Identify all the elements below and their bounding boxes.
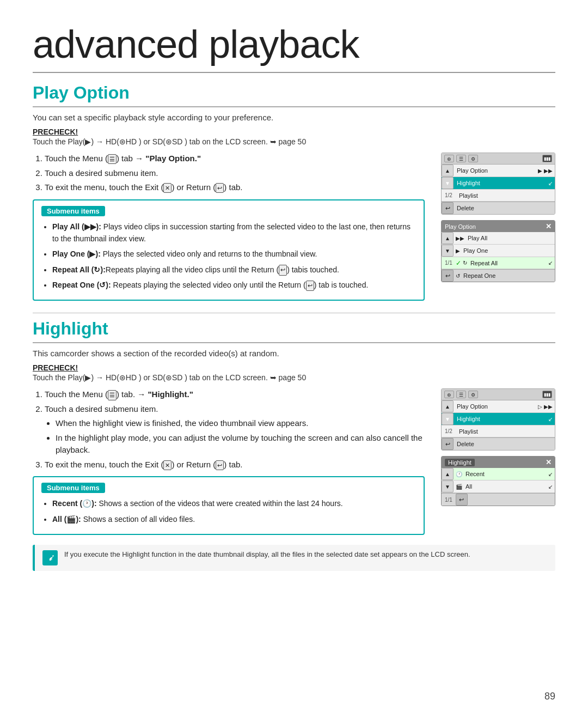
widget-footer-1: ↩ Delete: [442, 202, 555, 214]
precheck-text-2: Touch the Play(▶) → HD(⊛HD ) or SD(⊛SD )…: [33, 373, 555, 382]
popup-return-1[interactable]: ↩: [442, 270, 454, 282]
h-bullet-1: When the highlight view is finished, the…: [56, 417, 425, 430]
popup-nav-up[interactable]: ▲: [442, 232, 454, 244]
popup2-return[interactable]: ↩: [456, 494, 468, 506]
play-all-label: Play All: [464, 235, 555, 241]
delete-label-2: Delete: [454, 441, 555, 447]
nav-up-button[interactable]: ▲: [442, 165, 454, 177]
page-indicator-1: 1/2: [442, 192, 456, 198]
play-all-row[interactable]: ▲ ▶▶ Play All: [442, 232, 555, 245]
battery-icon: ▮▮▮: [542, 155, 552, 162]
playlist-row-2[interactable]: 1/2 Playlist: [442, 425, 555, 437]
playlist-row-1[interactable]: 1/2 Playlist: [442, 190, 555, 202]
repeat-one-label: Repeat One: [460, 272, 555, 279]
highlight-content: Touch the Menu (☰) tab. → "Highlight." T…: [33, 388, 555, 535]
recent-check: ↙: [548, 471, 553, 477]
all-label: All: [462, 483, 548, 490]
main-menu-widget-1: ⊛ ☰ ⚙ ▮▮▮ ▲ Play Option ▶ ▶▶ ▼ Highlight…: [441, 153, 555, 215]
page-title: advanced playback: [33, 22, 555, 73]
step-2: Touch a desired submenu item.: [45, 167, 425, 180]
playlist-label-2: Playlist: [456, 428, 555, 435]
highlight-desc: This camcorder shows a section of the re…: [33, 349, 555, 358]
play-option-desc: You can set a specific playback style ac…: [33, 113, 555, 122]
precheck-text-1: Touch the Play(▶) → HD(⊛HD ) or SD(⊛SD )…: [33, 137, 555, 146]
play-one-row[interactable]: ▼ ▶ Play One: [442, 245, 555, 257]
submenu-highlight-widget: Highlight ✕ ▲ 🕐 Recent ↙ ▼ 🎬 All ↙ 1/1: [441, 456, 555, 506]
list-item: Repeat All (↻):Repeats playing all the v…: [52, 264, 416, 276]
submenu-highlight-title: Highlight: [445, 459, 475, 466]
note-icon: 𝒾: [42, 550, 58, 565]
checkmark-icon: ✓: [456, 259, 461, 267]
h-step-2: Touch a desired submenu item. When the h…: [45, 403, 425, 457]
play-option-row-label: Play Option: [454, 167, 538, 174]
play-all-icon: ▶▶: [456, 235, 464, 241]
play-option-steps: Touch the Menu (☰) tab → "Play Option." …: [33, 153, 425, 194]
play-one-label: Play One: [460, 247, 555, 254]
highlight-check-2: ↙: [548, 416, 553, 422]
popup-nav-down[interactable]: ▼: [442, 245, 454, 257]
highlight-title: Highlight: [33, 319, 555, 343]
delete-label-1: Delete: [454, 205, 555, 211]
all-row[interactable]: ▼ 🎬 All ↙: [442, 480, 555, 493]
recent-icon: 🕐: [456, 471, 462, 477]
popup-page-1: 1/1: [442, 260, 456, 266]
repeat-all-row[interactable]: 1/1 ✓ ↻ Repeat All ↙: [442, 257, 555, 269]
highlight-label-2: Highlight: [454, 416, 548, 422]
gear-icon-2: ⚙: [468, 391, 478, 398]
nav-down-button[interactable]: ▼: [442, 177, 454, 189]
widget-footer-2: ↩ Delete: [442, 437, 555, 450]
play-option-section: Play Option You can set a specific playb…: [33, 83, 555, 301]
step-1: Touch the Menu (☰) tab → "Play Option.": [45, 153, 425, 165]
highlight-right: ⊛ ☰ ⚙ ▮▮▮ ▲ Play Option ▷ ▶▶ ▼ Highlight…: [436, 388, 555, 535]
popup2-nav-down[interactable]: ▼: [442, 480, 454, 492]
popup-footer-1: ↩ ↺ Repeat One: [442, 269, 555, 282]
repeat-all-icon: ↻: [463, 260, 467, 266]
play-one-icon: ▶: [456, 248, 460, 254]
list-item: Play All (▶▶): Plays video clips in succ…: [52, 221, 416, 245]
nav-down-btn-2[interactable]: ▼: [442, 413, 454, 425]
page-indicator-2: 1/2: [442, 428, 456, 434]
play-option-title: Play Option: [33, 83, 555, 107]
list-item: All (🎬): Shows a section of all video fi…: [52, 513, 416, 525]
submenu-play-title: Play Option: [445, 223, 476, 230]
close-icon-2[interactable]: ✕: [546, 458, 552, 466]
recent-row[interactable]: ▲ 🕐 Recent ↙: [442, 468, 555, 480]
menu-icon: ☰: [456, 155, 466, 162]
highlight-check-1: ↙: [548, 180, 553, 186]
list-item: Play One (▶): Plays the selected video o…: [52, 248, 416, 260]
highlight-steps: Touch the Menu (☰) tab. → "Highlight." T…: [33, 388, 425, 471]
main-menu-widget-2: ⊛ ☰ ⚙ ▮▮▮ ▲ Play Option ▷ ▶▶ ▼ Highlight…: [441, 388, 555, 451]
highlight-left: Touch the Menu (☰) tab. → "Highlight." T…: [33, 388, 425, 535]
play-option-right: ⊛ ☰ ⚙ ▮▮▮ ▲ Play Option ▶ ▶▶ ▼ Highlight…: [436, 153, 555, 301]
popup2-page: 1/1: [442, 497, 456, 503]
highlight-label-1: Highlight: [454, 180, 548, 186]
highlight-submenu-list: Recent (🕐): Shows a section of the video…: [41, 497, 416, 525]
play-option-label-2: Play Option: [454, 403, 538, 410]
repeat-all-check: ↙: [548, 260, 553, 266]
nav-up-btn-2[interactable]: ▲: [442, 400, 454, 412]
return-button-2[interactable]: ↩: [442, 438, 454, 450]
highlight-row-2[interactable]: ▼ Highlight ↙: [442, 413, 555, 425]
step-3: To exit the menu, touch the Exit (✕) or …: [45, 181, 425, 194]
play-option-submenu-box: Submenu items Play All (▶▶): Plays video…: [33, 199, 425, 301]
popup2-nav-up[interactable]: ▲: [442, 468, 454, 480]
popup2-footer: 1/1 ↩: [442, 493, 555, 506]
close-icon-1[interactable]: ✕: [546, 222, 552, 230]
battery-icon-2: ▮▮▮: [542, 391, 552, 398]
playlist-label-1: Playlist: [456, 192, 555, 199]
return-button-1[interactable]: ↩: [442, 202, 454, 214]
play-option-row-2[interactable]: ▲ Play Option ▷ ▶▶: [442, 400, 555, 413]
highlight-row-1[interactable]: ▼ Highlight ↙: [442, 177, 555, 190]
note-text: If you execute the Highlight function in…: [64, 550, 470, 565]
h-step-1: Touch the Menu (☰) tab. → "Highlight.": [45, 388, 425, 401]
play-option-left: Touch the Menu (☰) tab → "Play Option." …: [33, 153, 425, 301]
submenu-play-header: Play Option ✕: [442, 221, 555, 232]
widget-header-1: ⊛ ☰ ⚙ ▮▮▮: [442, 153, 555, 165]
h-bullet-2: In the highlight play mode, you can adju…: [56, 432, 425, 457]
highlight-section: Highlight This camcorder shows a section…: [33, 319, 555, 571]
submenu-label-2: Submenu items: [41, 483, 105, 493]
play-option-submenu-list: Play All (▶▶): Plays video clips in succ…: [41, 221, 416, 291]
nav-up-row[interactable]: ▲ Play Option ▶ ▶▶: [442, 165, 555, 177]
camera-icon-2: ⊛: [444, 391, 454, 398]
h-step-3: To exit the menu, touch the Exit (✕) or …: [45, 459, 425, 471]
